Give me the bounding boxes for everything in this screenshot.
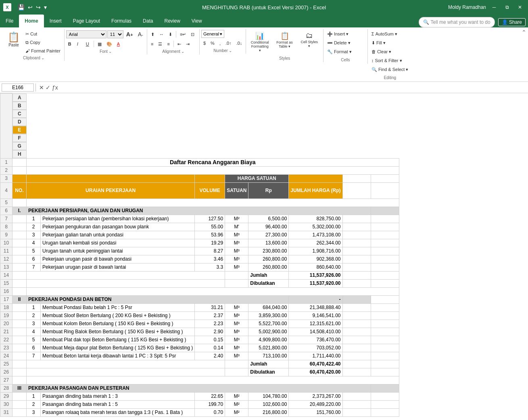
delete-cells-btn[interactable]: ➖ Delete ▾ <box>325 39 353 47</box>
jumlah-header[interactable]: JUMLAH HARGA (Rp) <box>289 182 342 199</box>
tab-view[interactable]: View <box>186 15 208 27</box>
align-middle-btn[interactable]: ↔ <box>157 30 166 38</box>
ribbon-collapse-btn[interactable]: ⌃ <box>522 29 526 36</box>
clipboard-label[interactable]: Clipboard ⌄ <box>5 56 63 60</box>
minimize-btn[interactable]: ─ <box>489 2 499 12</box>
font-color-btn[interactable]: A <box>115 40 122 48</box>
font-size-select[interactable]: 11 <box>107 30 123 38</box>
section-iii-id[interactable]: III <box>13 384 27 392</box>
section-i-id[interactable]: I. <box>13 207 27 215</box>
no-header[interactable]: NO. <box>13 182 27 199</box>
format-cells-btn[interactable]: 🔧 Format ▾ <box>325 48 354 56</box>
harga-satuan-header[interactable]: HARGA SATUAN <box>225 174 289 182</box>
tell-me-bar[interactable]: 🔍 Tell me what you want to do <box>419 17 495 27</box>
tab-home[interactable]: Home <box>19 15 44 27</box>
col-header-b[interactable]: B <box>13 102 27 110</box>
col-header-h[interactable]: H <box>13 150 27 158</box>
close-btn[interactable]: ✕ <box>515 2 525 12</box>
volume-header[interactable]: VOLUME <box>195 182 225 199</box>
number-format-dropdown[interactable]: General ▾ <box>201 30 224 38</box>
restore-btn[interactable]: ⧉ <box>502 2 512 12</box>
tab-insert[interactable]: Insert <box>44 15 67 27</box>
row-4: 4 NO. URAIAN PEKERJAAN VOLUME SATUAN Rp … <box>0 182 399 199</box>
cell-styles-btn[interactable]: 🗂 Cell Styles ▾ <box>297 30 321 50</box>
section-ii-id[interactable]: II <box>13 295 27 303</box>
satuan-header[interactable]: SATUAN <box>225 182 248 199</box>
col-header-d[interactable]: D <box>13 118 27 126</box>
cell-a1[interactable] <box>13 158 27 166</box>
col-header-a[interactable]: A <box>13 94 27 102</box>
align-left-btn[interactable]: ≡ <box>149 40 155 48</box>
decrease-font-btn[interactable]: A- <box>136 30 145 38</box>
merge-center-btn[interactable]: ⊡ <box>189 30 196 38</box>
cells-label: Cells <box>325 56 366 63</box>
name-box[interactable] <box>2 84 34 92</box>
clear-btn[interactable]: 🗑 Clear ▾ <box>369 48 393 56</box>
undo-quick-btn[interactable]: ↩ <box>27 3 33 11</box>
tab-formulas[interactable]: Formulas <box>106 15 137 27</box>
paste-btn[interactable]: 📋 Paste <box>5 30 23 49</box>
copy-btn[interactable]: ⧉ Copy <box>23 38 63 46</box>
autosum-btn[interactable]: Σ AutoSum ▾ <box>369 30 399 38</box>
col-header-f[interactable]: F <box>13 134 27 142</box>
col-header-e[interactable]: E <box>13 126 27 134</box>
section-ii-label[interactable]: PEKERJAAN PONDASI DAN BETON <box>27 295 289 303</box>
insert-cells-btn[interactable]: ➕ Insert ▾ <box>325 30 351 38</box>
comma-btn[interactable]: , <box>217 39 223 47</box>
cut-btn[interactable]: ✂ Cut <box>23 30 63 38</box>
font-family-select[interactable]: Arial <box>66 30 106 38</box>
number-label[interactable]: Number ⌄ <box>201 48 244 53</box>
alignment-expand-icon: ⌄ <box>181 49 184 54</box>
font-label[interactable]: Font ⌄ <box>66 49 145 54</box>
row-7: 7 1 Pekerjaan persiapan lahan (pembersih… <box>0 215 399 223</box>
cancel-formula-icon[interactable]: ✕ <box>39 84 44 91</box>
fill-btn[interactable]: ⬇ Fill ▾ <box>369 39 388 47</box>
bold-btn[interactable]: B <box>66 40 74 48</box>
customize-quick-btn[interactable]: ▾ <box>43 3 48 11</box>
align-center-btn[interactable]: ☰ <box>156 40 164 48</box>
decimal-decrease-btn[interactable]: .0↓ <box>234 39 244 47</box>
insert-function-icon[interactable]: ƒx <box>52 84 58 91</box>
cell-title[interactable]: Daftar Rencana Anggaran Biaya <box>27 158 399 166</box>
format-painter-btn[interactable]: 🖌 Format Painter <box>23 47 63 55</box>
confirm-formula-icon[interactable]: ✓ <box>46 84 50 91</box>
section-iii-label[interactable]: PEKERJAAN PASANGAN DAN PLESTERAN <box>27 384 371 392</box>
grid-scroll[interactable]: A B C D E F G H 1 Daftar Rencana Anggara… <box>0 93 528 420</box>
redo-quick-btn[interactable]: ↪ <box>35 3 42 11</box>
tab-data[interactable]: Data <box>137 15 159 27</box>
sort-filter-btn[interactable]: ↕ Sort & Filter ▾ <box>369 56 404 65</box>
increase-indent-btn[interactable]: ⇥ <box>184 40 192 48</box>
find-select-btn[interactable]: 🔍 Find & Select ▾ <box>369 65 411 73</box>
format-as-table-btn[interactable]: 📋 Format asTable ▾ <box>273 30 296 50</box>
col-header-c[interactable]: C <box>13 110 27 118</box>
save-quick-btn[interactable]: 💾 <box>17 3 25 11</box>
formula-input[interactable] <box>60 85 526 90</box>
col-header-g[interactable]: G <box>13 142 27 150</box>
section-i-label[interactable]: PEKERJAAN PERSIAPAN, GALIAN DAN URUGAN <box>27 207 371 215</box>
decimal-increase-btn[interactable]: .0↑ <box>223 39 234 47</box>
currency-btn[interactable]: $ <box>201 39 208 47</box>
wrap-text-btn[interactable]: ≡↵ <box>178 30 188 38</box>
format-painter-icon: 🖌 <box>25 48 30 53</box>
conditional-formatting-btn[interactable]: 📊 ConditionalFormatting ▾ <box>248 30 272 54</box>
border-btn[interactable]: ▦ <box>96 40 104 48</box>
fill-color-btn[interactable]: 🎨 <box>104 40 114 48</box>
italic-btn[interactable]: I <box>75 40 83 48</box>
tab-review[interactable]: Review <box>159 15 186 27</box>
rp-header[interactable]: Rp <box>248 182 289 199</box>
row-28: 28 III PEKERJAAN PASANGAN DAN PLESTERAN <box>0 384 399 392</box>
increase-font-btn[interactable]: A+ <box>124 30 135 38</box>
uraian-header[interactable]: URAIAN PEKERJAAN <box>27 182 195 199</box>
align-bottom-btn[interactable]: ⬇ <box>167 30 174 38</box>
share-btn[interactable]: 👤 Share <box>498 18 526 26</box>
underline-btn[interactable]: U <box>84 40 92 48</box>
row-25: 25 Jumlah 60,470,422.40 <box>0 360 399 368</box>
tab-file[interactable]: File <box>0 15 19 27</box>
align-top-btn[interactable]: ⬆ <box>149 30 157 38</box>
percent-btn[interactable]: % <box>209 39 217 47</box>
alignment-label[interactable]: Alignment ⌄ <box>149 49 198 54</box>
align-right-btn[interactable]: ≡ <box>165 40 171 48</box>
tab-page-layout[interactable]: Page Layout <box>67 15 106 27</box>
conditional-formatting-icon: 📊 <box>255 31 264 40</box>
decrease-indent-btn[interactable]: ⇤ <box>175 40 183 48</box>
